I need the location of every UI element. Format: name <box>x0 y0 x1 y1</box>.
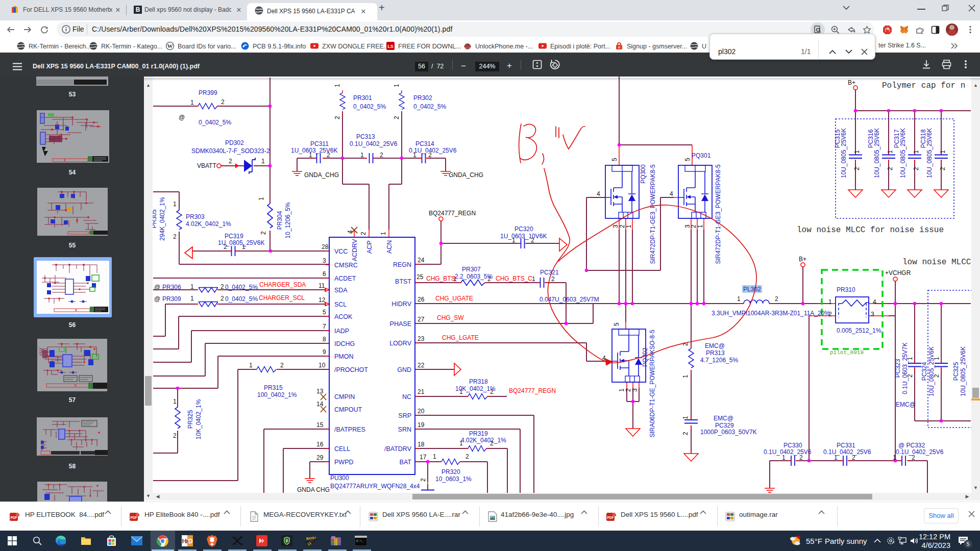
svg-text:2: 2 <box>393 116 400 119</box>
svg-text:1: 1 <box>334 84 341 87</box>
svg-text:2: 2 <box>487 276 491 283</box>
svg-text:12: 12 <box>318 296 326 304</box>
svg-text:PQ300: PQ300 <box>640 164 647 184</box>
svg-text:2: 2 <box>682 342 689 346</box>
svg-text:1: 1 <box>380 232 387 235</box>
svg-text:CMPIN: CMPIN <box>334 393 355 400</box>
svg-text:1: 1 <box>828 298 832 306</box>
svg-text:W: W <box>167 43 173 49</box>
svg-text:2: 2 <box>465 453 469 460</box>
svg-text:23: 23 <box>418 335 425 342</box>
svg-text:8: 8 <box>323 336 326 343</box>
svg-text:2: 2 <box>939 167 946 170</box>
svg-text:SDMK0340L-7-F_SOD323-2: SDMK0340L-7-F_SOD323-2 <box>191 147 270 155</box>
svg-text:PHASE: PHASE <box>390 320 411 328</box>
svg-text:4.7_1206_5%: 4.7_1206_5% <box>700 357 738 364</box>
svg-text:PR310: PR310 <box>837 286 855 293</box>
svg-text:1: 1 <box>697 224 704 228</box>
svg-text:10U_0805_25V6K: 10U_0805_25V6K <box>960 346 967 396</box>
svg-text:22: 22 <box>418 362 425 369</box>
svg-text:28: 28 <box>322 243 329 251</box>
svg-text:CHG_SW: CHG_SW <box>437 314 464 321</box>
svg-text:PC325: PC325 <box>952 362 960 381</box>
svg-text:1: 1 <box>893 454 896 461</box>
svg-text:PMON: PMON <box>334 353 354 360</box>
svg-text:25: 25 <box>416 273 424 281</box>
svg-text:0.1U_0402_25V6: 0.1U_0402_25V6 <box>764 448 812 456</box>
svg-text:GNDA_CHG: GNDA_CHG <box>449 171 483 179</box>
svg-text:NC: NC <box>402 393 411 400</box>
svg-text:/BATPRES: /BATPRES <box>334 426 365 433</box>
svg-text:1: 1 <box>173 201 177 208</box>
svg-text:PR306: PR306 <box>162 284 181 291</box>
svg-text:0.1U_0402_25V6: 0.1U_0402_25V6 <box>823 448 871 456</box>
svg-text:CHG_BTS_C: CHG_BTS_C <box>496 275 532 282</box>
svg-text:VCC: VCC <box>334 248 348 255</box>
svg-text:BQ24777ARUYR_WQFN28_4x4: BQ24777ARUYR_WQFN28_4x4 <box>330 483 420 490</box>
svg-text:@: @ <box>179 114 185 121</box>
svg-text:ACDRV: ACDRV <box>351 239 358 261</box>
svg-text:CELL: CELL <box>334 445 350 453</box>
svg-text:1: 1 <box>242 243 246 251</box>
svg-text:20: 20 <box>418 408 425 415</box>
svg-text:SCL: SCL <box>334 301 347 308</box>
svg-text:EMC@: EMC@ <box>705 342 725 349</box>
svg-text:2: 2 <box>220 283 224 290</box>
svg-text:GNDA CHG: GNDA CHG <box>297 486 330 493</box>
svg-text:9: 9 <box>323 348 326 356</box>
svg-text:0_0402_5%: 0_0402_5% <box>199 119 231 126</box>
svg-text:10_0603_1%: 10_0603_1% <box>435 475 472 483</box>
svg-text:B+: B+ <box>799 256 806 263</box>
svg-text:0_0402_5%: 0_0402_5% <box>225 295 258 303</box>
svg-text:2: 2 <box>490 388 494 395</box>
svg-text:2: 2 <box>360 232 367 235</box>
svg-text:2: 2 <box>619 224 626 228</box>
svg-text:1: 1 <box>887 150 894 154</box>
svg-text:18: 18 <box>418 441 425 448</box>
svg-text:2: 2 <box>220 295 224 302</box>
svg-text:2: 2 <box>173 432 177 439</box>
svg-text:1: 1 <box>413 152 416 159</box>
svg-text:2: 2 <box>828 311 832 318</box>
svg-text:7: 7 <box>323 323 326 330</box>
svg-text:GND: GND <box>397 366 411 373</box>
svg-text:CHG_UGATE: CHG_UGATE <box>435 295 473 302</box>
svg-text:PR399: PR399 <box>199 89 217 96</box>
svg-text:SRN: SRN <box>398 426 411 433</box>
svg-text:PC314: PC314 <box>415 140 434 147</box>
svg-text:0_0402_5%: 0_0402_5% <box>353 103 386 110</box>
svg-text:REGN: REGN <box>393 261 411 268</box>
svg-text:0.005_2512_1%: 0.005_2512_1% <box>837 327 881 334</box>
svg-text:ACN: ACN <box>386 240 393 254</box>
svg-text:4.02K_0402_1%: 4.02K_0402_1% <box>186 220 231 228</box>
svg-text:2: 2 <box>887 167 894 170</box>
svg-text:1: 1 <box>190 99 194 106</box>
svg-text:LS: LS <box>387 44 394 49</box>
svg-text:14: 14 <box>316 400 324 408</box>
svg-text:0.1U_0603_25V7K: 0.1U_0603_25V7K <box>901 342 909 394</box>
svg-text:19: 19 <box>418 421 425 429</box>
svg-text:PR309: PR309 <box>162 295 181 303</box>
svg-text:PC329: PC329 <box>715 422 734 429</box>
svg-text:PR320: PR320 <box>442 468 460 475</box>
svg-text:BQ24777_REGN: BQ24777_REGN <box>429 210 476 217</box>
svg-text:PR302: PR302 <box>413 94 432 102</box>
svg-text:10_1206_5%: 10_1206_5% <box>284 202 291 238</box>
svg-text:17: 17 <box>420 454 427 461</box>
svg-text:1: 1 <box>459 388 463 395</box>
svg-text:1: 1 <box>190 283 194 290</box>
svg-text:PU300: PU300 <box>330 474 349 482</box>
svg-text:4: 4 <box>597 190 600 197</box>
svg-text:15: 15 <box>316 421 324 429</box>
svg-text:EMC@: EMC@ <box>714 415 733 422</box>
svg-text:BAT: BAT <box>400 459 412 466</box>
svg-text:VBATT: VBATT <box>197 162 216 169</box>
svg-text:1: 1 <box>682 416 689 419</box>
svg-text:1: 1 <box>906 357 914 360</box>
svg-text:1000P_0603_50V7K: 1000P_0603_50V7K <box>700 429 757 436</box>
svg-text:1: 1 <box>249 362 253 369</box>
svg-text:PR307: PR307 <box>462 266 481 273</box>
svg-text:1: 1 <box>782 454 786 461</box>
svg-text:C:\_: C:\_ <box>356 539 364 543</box>
svg-text:4.02K_0402_1%: 4.02K_0402_1% <box>461 437 506 444</box>
